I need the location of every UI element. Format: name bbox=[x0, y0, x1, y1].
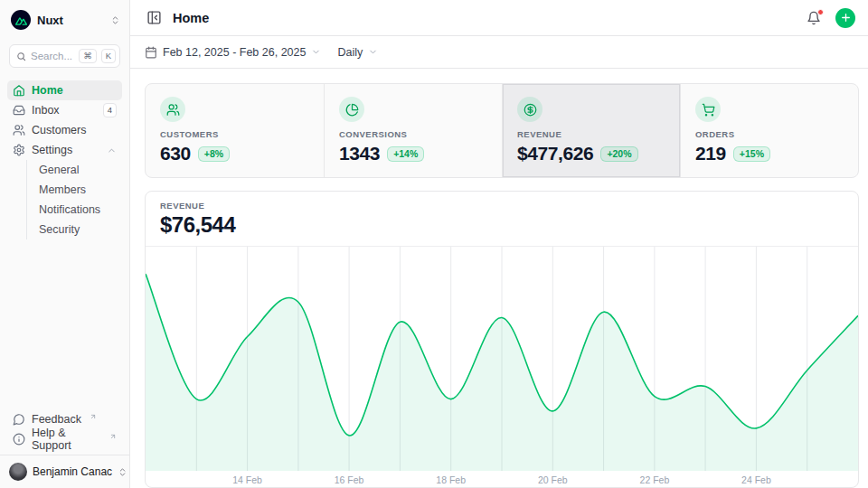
stat-label: CONVERSIONS bbox=[339, 129, 487, 139]
chevrons-up-down-icon bbox=[110, 15, 120, 25]
plus-icon bbox=[840, 12, 852, 23]
cart-icon bbox=[695, 97, 721, 122]
kbd-k: K bbox=[101, 49, 116, 62]
panel-left-close-icon bbox=[146, 10, 162, 25]
stat-card-conversions[interactable]: CONVERSIONS 1343 +14% bbox=[324, 84, 502, 177]
sidebar-item-general[interactable]: General bbox=[35, 160, 115, 180]
stat-value: 1343 bbox=[339, 143, 380, 164]
sidebar-item-members[interactable]: Members bbox=[35, 180, 115, 200]
stat-value: $477,626 bbox=[517, 143, 593, 164]
chart-metric-value: $76,544 bbox=[160, 212, 844, 238]
chart-header: REVENUE $76,544 bbox=[146, 192, 858, 247]
users-icon bbox=[13, 124, 25, 136]
chevron-down-icon bbox=[311, 47, 321, 57]
dollar-circle-icon bbox=[517, 97, 542, 122]
stat-card-revenue[interactable]: REVENUE $477,626 +20% bbox=[502, 84, 680, 177]
main-area: Home Feb 12, 2025 - Feb 26, 2025 Daily bbox=[130, 0, 868, 488]
notification-dot bbox=[817, 9, 824, 15]
svg-text:24 Feb: 24 Feb bbox=[741, 474, 771, 485]
revenue-chart-plot[interactable]: 14 Feb16 Feb18 Feb20 Feb22 Feb24 Feb bbox=[146, 247, 858, 487]
sidebar-item-inbox[interactable]: Inbox 4 bbox=[7, 100, 122, 120]
stat-value: 219 bbox=[695, 143, 726, 164]
footer-link-label: Help & Support bbox=[32, 427, 101, 452]
date-range-value: Feb 12, 2025 - Feb 26, 2025 bbox=[163, 46, 306, 59]
sub-item-label: Members bbox=[39, 183, 86, 196]
inbox-icon bbox=[13, 104, 25, 117]
sidebar-item-label: Customers bbox=[32, 124, 117, 136]
sidebar-item-settings[interactable]: Settings bbox=[7, 140, 122, 160]
period-value: Daily bbox=[337, 46, 363, 59]
sidebar-item-label: Inbox bbox=[32, 104, 97, 117]
topbar: Home bbox=[130, 0, 868, 36]
home-icon bbox=[13, 84, 25, 97]
period-select[interactable]: Daily bbox=[337, 46, 378, 59]
notifications-button[interactable] bbox=[805, 9, 823, 27]
sidebar: Nuxt Search... ⌘ K Home Inbox 4 bbox=[0, 0, 130, 488]
stat-card-customers[interactable]: CUSTOMERS 630 +8% bbox=[146, 84, 324, 177]
svg-text:18 Feb: 18 Feb bbox=[436, 474, 466, 485]
sidebar-item-notifications[interactable]: Notifications bbox=[35, 200, 115, 220]
page-title: Home bbox=[173, 11, 796, 25]
chevron-down-icon bbox=[368, 47, 378, 57]
settings-submenu: General Members Notifications Security bbox=[26, 160, 115, 239]
user-name: Benjamin Canac bbox=[33, 465, 112, 478]
date-range-picker[interactable]: Feb 12, 2025 - Feb 26, 2025 bbox=[145, 46, 321, 59]
search-placeholder: Search... bbox=[31, 51, 74, 61]
message-circle-icon bbox=[13, 413, 25, 426]
workspace-switcher[interactable]: Nuxt bbox=[0, 0, 129, 39]
revenue-chart-card: REVENUE $76,544 14 Feb16 Feb18 Feb20 Feb… bbox=[145, 191, 859, 488]
user-menu[interactable]: Benjamin Canac bbox=[0, 455, 129, 488]
stat-delta-badge: +15% bbox=[733, 146, 770, 162]
sidebar-item-security[interactable]: Security bbox=[35, 220, 115, 239]
sidebar-item-home[interactable]: Home bbox=[7, 80, 122, 100]
footer-link-label: Feedback bbox=[32, 413, 81, 426]
filters-toolbar: Feb 12, 2025 - Feb 26, 2025 Daily bbox=[130, 36, 868, 69]
external-link-icon bbox=[90, 413, 97, 420]
users-icon bbox=[160, 97, 185, 122]
sidebar-item-label: Home bbox=[32, 84, 117, 97]
pie-chart-icon bbox=[339, 97, 364, 122]
workspace-name: Nuxt bbox=[37, 14, 104, 27]
sub-item-label: General bbox=[39, 164, 79, 176]
svg-text:14 Feb: 14 Feb bbox=[232, 474, 262, 485]
inbox-count-badge: 4 bbox=[103, 103, 117, 117]
stats-row: CUSTOMERS 630 +8% CONVERSIONS 1343 +14% bbox=[145, 83, 859, 178]
calendar-icon bbox=[145, 46, 157, 59]
avatar bbox=[9, 463, 27, 481]
search-icon bbox=[16, 52, 26, 61]
stat-delta-badge: +20% bbox=[600, 146, 637, 162]
gear-icon bbox=[13, 144, 25, 156]
svg-text:20 Feb: 20 Feb bbox=[538, 474, 568, 485]
external-link-icon bbox=[109, 433, 117, 440]
chevron-up-icon bbox=[107, 145, 117, 155]
search-input[interactable]: Search... ⌘ K bbox=[9, 44, 120, 68]
sidebar-item-customers[interactable]: Customers bbox=[7, 120, 122, 140]
stat-value: 630 bbox=[160, 143, 191, 164]
chart-metric-label: REVENUE bbox=[160, 201, 844, 211]
sidebar-item-label: Settings bbox=[32, 144, 100, 156]
sub-item-label: Security bbox=[39, 223, 80, 236]
collapse-sidebar-button[interactable] bbox=[145, 8, 164, 27]
info-circle-icon bbox=[13, 433, 25, 446]
stat-card-orders[interactable]: ORDERS 219 +15% bbox=[680, 84, 858, 177]
sub-item-label: Notifications bbox=[39, 203, 100, 216]
stat-label: CUSTOMERS bbox=[160, 129, 309, 139]
chevrons-up-down-icon bbox=[118, 467, 127, 477]
stat-delta-badge: +14% bbox=[387, 146, 424, 162]
stat-delta-badge: +8% bbox=[198, 146, 230, 162]
svg-text:16 Feb: 16 Feb bbox=[335, 474, 364, 485]
add-button[interactable] bbox=[835, 8, 855, 28]
stat-label: ORDERS bbox=[695, 129, 844, 139]
kbd-cmd: ⌘ bbox=[79, 49, 97, 62]
nuxt-logo-icon bbox=[11, 10, 31, 30]
stat-label: REVENUE bbox=[517, 129, 665, 139]
help-support-link[interactable]: Help & Support bbox=[7, 429, 122, 449]
svg-text:22 Feb: 22 Feb bbox=[640, 474, 670, 485]
